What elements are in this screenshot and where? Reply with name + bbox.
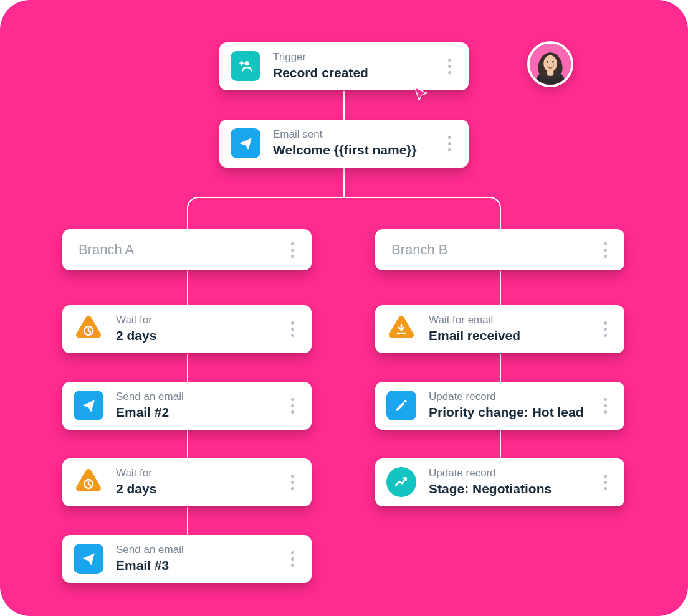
- trend-icon: [386, 467, 416, 497]
- node-label: Wait for: [116, 467, 273, 480]
- node-label: Send an email: [116, 544, 273, 556]
- more-menu-icon[interactable]: [442, 136, 459, 151]
- branch-a-header[interactable]: Branch A: [62, 229, 312, 270]
- edit-icon: [386, 391, 416, 420]
- send-icon: [74, 391, 103, 420]
- clock-triangle-icon: [74, 469, 103, 495]
- trigger-node[interactable]: Trigger Record created: [219, 42, 469, 90]
- add-person-icon: [231, 51, 260, 81]
- node-title: Email #3: [116, 557, 273, 574]
- download-triangle-icon: [386, 316, 416, 342]
- clock-triangle-icon: [74, 316, 103, 342]
- branch-b-step-3[interactable]: Update record Stage: Negotiations: [375, 458, 624, 506]
- node-title: Record created: [273, 65, 430, 81]
- connector: [187, 271, 188, 306]
- branch-b-step-1[interactable]: Wait for email Email received: [375, 305, 624, 353]
- connector: [187, 354, 188, 382]
- svg-point-7: [547, 61, 548, 63]
- branch-name: Branch B: [391, 242, 586, 258]
- node-title: Email received: [429, 328, 586, 344]
- send-icon: [231, 128, 260, 158]
- node-label: Trigger: [273, 51, 430, 64]
- more-menu-icon[interactable]: [598, 321, 614, 337]
- connector-corner: [476, 197, 501, 222]
- avatar: [527, 41, 573, 87]
- svg-point-8: [552, 61, 554, 63]
- more-menu-icon[interactable]: [442, 59, 459, 74]
- branch-a-step-4[interactable]: Send an email Email #3: [62, 535, 312, 583]
- node-label: Send an email: [116, 391, 273, 403]
- workflow-canvas: Trigger Record created Email sent Welcom…: [0, 0, 688, 616]
- branch-name: Branch A: [79, 242, 273, 258]
- connector: [343, 91, 345, 120]
- node-title: Welcome {{first name}}: [273, 142, 430, 158]
- node-label: Wait for email: [429, 314, 586, 326]
- svg-rect-6: [547, 69, 554, 76]
- node-label: Wait for: [116, 314, 273, 326]
- more-menu-icon[interactable]: [285, 242, 302, 258]
- connector: [187, 507, 188, 536]
- node-title: 2 days: [116, 328, 273, 344]
- svg-point-0: [244, 61, 249, 65]
- node-label: Update record: [429, 467, 586, 480]
- node-label: Email sent: [273, 128, 430, 141]
- more-menu-icon[interactable]: [598, 398, 614, 414]
- connector: [500, 430, 501, 459]
- node-title: Email #2: [116, 404, 273, 420]
- node-title: Priority change: Hot lead: [429, 404, 586, 420]
- more-menu-icon[interactable]: [285, 398, 302, 414]
- node-title: 2 days: [116, 481, 273, 497]
- connector: [187, 430, 188, 459]
- branch-a-step-3[interactable]: Wait for 2 days: [62, 458, 312, 506]
- branch-b-header[interactable]: Branch B: [375, 229, 624, 270]
- more-menu-icon[interactable]: [285, 475, 302, 490]
- branch-a-step-2[interactable]: Send an email Email #2: [62, 382, 312, 430]
- branch-b-step-2[interactable]: Update record Priority change: Hot lead: [375, 382, 624, 430]
- node-label: Update record: [429, 391, 586, 403]
- more-menu-icon[interactable]: [285, 551, 302, 567]
- more-menu-icon[interactable]: [285, 321, 302, 337]
- connector: [211, 197, 477, 198]
- send-icon: [74, 544, 103, 574]
- connector: [500, 354, 501, 382]
- cursor-pointer-icon: [413, 86, 430, 103]
- email-sent-node[interactable]: Email sent Welcome {{first name}}: [219, 120, 469, 168]
- branch-a-step-1[interactable]: Wait for 2 days: [62, 305, 312, 353]
- connector-corner: [187, 197, 212, 222]
- more-menu-icon[interactable]: [598, 242, 614, 258]
- more-menu-icon[interactable]: [598, 475, 614, 490]
- connector: [343, 168, 345, 197]
- connector: [500, 271, 501, 306]
- node-title: Stage: Negotiations: [429, 481, 586, 497]
